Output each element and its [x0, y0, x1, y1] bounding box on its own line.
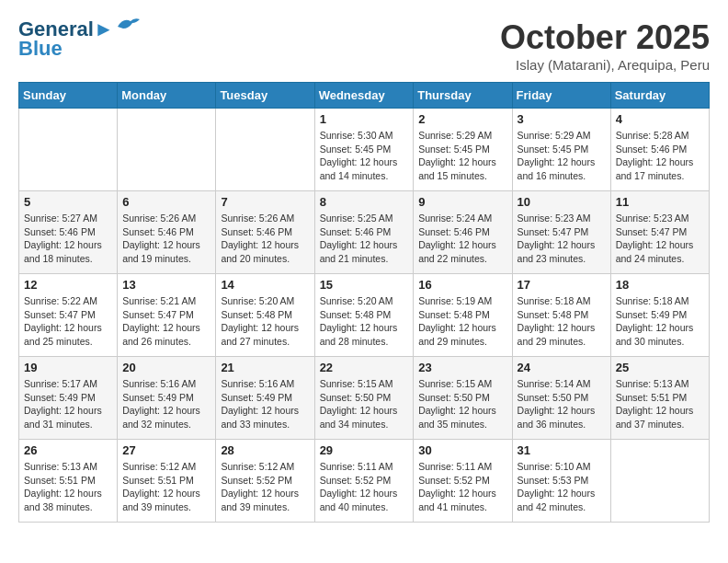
day-info: Sunrise: 5:20 AM Sunset: 5:48 PM Dayligh…	[320, 294, 409, 349]
day-number: 23	[418, 361, 506, 374]
day-number: 27	[122, 443, 210, 457]
day-cell	[118, 109, 216, 191]
day-cell: 24Sunrise: 5:14 AM Sunset: 5:50 PM Dayli…	[512, 357, 610, 440]
day-cell: 16Sunrise: 5:19 AM Sunset: 5:48 PM Dayli…	[414, 274, 512, 357]
day-number: 6	[122, 195, 210, 209]
day-number: 11	[616, 195, 704, 209]
day-info: Sunrise: 5:16 AM Sunset: 5:49 PM Dayligh…	[122, 377, 210, 431]
week-row-4: 19Sunrise: 5:17 AM Sunset: 5:49 PM Dayli…	[19, 357, 710, 440]
day-cell	[610, 440, 709, 523]
day-number: 31	[518, 443, 606, 457]
day-cell: 29Sunrise: 5:11 AM Sunset: 5:52 PM Dayli…	[314, 440, 414, 523]
day-number: 13	[122, 278, 210, 292]
day-info: Sunrise: 5:11 AM Sunset: 5:52 PM Dayligh…	[418, 460, 506, 514]
weekday-header-saturday: Saturday	[610, 83, 709, 109]
day-info: Sunrise: 5:24 AM Sunset: 5:46 PM Dayligh…	[418, 212, 506, 266]
day-cell: 7Sunrise: 5:26 AM Sunset: 5:46 PM Daylig…	[216, 191, 314, 274]
day-info: Sunrise: 5:14 AM Sunset: 5:50 PM Dayligh…	[518, 377, 606, 431]
day-cell: 20Sunrise: 5:16 AM Sunset: 5:49 PM Dayli…	[118, 357, 216, 440]
weekday-header-wednesday: Wednesday	[314, 83, 414, 109]
day-info: Sunrise: 5:17 AM Sunset: 5:49 PM Dayligh…	[24, 377, 112, 431]
day-cell: 13Sunrise: 5:21 AM Sunset: 5:47 PM Dayli…	[118, 274, 216, 357]
weekday-header-tuesday: Tuesday	[216, 83, 314, 109]
title-block: October 2025 Islay (Matarani), Arequipa,…	[500, 18, 710, 73]
location-title: Islay (Matarani), Arequipa, Peru	[500, 57, 710, 73]
day-info: Sunrise: 5:25 AM Sunset: 5:46 PM Dayligh…	[320, 212, 409, 266]
week-row-2: 5Sunrise: 5:27 AM Sunset: 5:46 PM Daylig…	[19, 191, 710, 274]
day-cell: 23Sunrise: 5:15 AM Sunset: 5:50 PM Dayli…	[414, 357, 512, 440]
day-info: Sunrise: 5:26 AM Sunset: 5:46 PM Dayligh…	[221, 212, 309, 266]
day-number: 4	[616, 112, 704, 126]
day-info: Sunrise: 5:22 AM Sunset: 5:47 PM Dayligh…	[24, 294, 112, 349]
day-cell: 6Sunrise: 5:26 AM Sunset: 5:46 PM Daylig…	[118, 191, 216, 274]
day-number: 8	[320, 195, 409, 209]
day-info: Sunrise: 5:18 AM Sunset: 5:48 PM Dayligh…	[518, 294, 606, 349]
day-info: Sunrise: 5:13 AM Sunset: 5:51 PM Dayligh…	[616, 377, 704, 431]
day-number: 14	[221, 278, 309, 292]
day-info: Sunrise: 5:11 AM Sunset: 5:52 PM Dayligh…	[320, 460, 409, 514]
day-cell: 5Sunrise: 5:27 AM Sunset: 5:46 PM Daylig…	[19, 191, 118, 274]
day-number: 28	[221, 443, 309, 457]
week-row-5: 26Sunrise: 5:13 AM Sunset: 5:51 PM Dayli…	[19, 440, 710, 523]
weekday-header-sunday: Sunday	[19, 83, 118, 109]
day-cell: 9Sunrise: 5:24 AM Sunset: 5:46 PM Daylig…	[414, 191, 512, 274]
page-header: General► Blue October 2025 Islay (Matara…	[18, 18, 710, 73]
day-cell	[19, 109, 118, 191]
day-number: 7	[221, 195, 309, 209]
day-info: Sunrise: 5:29 AM Sunset: 5:45 PM Dayligh…	[518, 129, 606, 183]
day-cell: 15Sunrise: 5:20 AM Sunset: 5:48 PM Dayli…	[314, 274, 414, 357]
day-number: 20	[122, 361, 210, 374]
weekday-header-monday: Monday	[118, 83, 216, 109]
day-cell: 30Sunrise: 5:11 AM Sunset: 5:52 PM Dayli…	[414, 440, 512, 523]
day-number: 10	[518, 195, 606, 209]
day-cell: 18Sunrise: 5:18 AM Sunset: 5:49 PM Dayli…	[610, 274, 709, 357]
day-number: 1	[320, 112, 409, 126]
day-cell: 17Sunrise: 5:18 AM Sunset: 5:48 PM Dayli…	[512, 274, 610, 357]
day-info: Sunrise: 5:23 AM Sunset: 5:47 PM Dayligh…	[518, 212, 606, 266]
day-number: 19	[24, 361, 112, 374]
day-cell: 1Sunrise: 5:30 AM Sunset: 5:45 PM Daylig…	[314, 109, 414, 191]
day-info: Sunrise: 5:13 AM Sunset: 5:51 PM Dayligh…	[24, 460, 112, 514]
day-number: 29	[320, 443, 409, 457]
day-info: Sunrise: 5:27 AM Sunset: 5:46 PM Dayligh…	[24, 212, 112, 266]
day-info: Sunrise: 5:23 AM Sunset: 5:47 PM Dayligh…	[616, 212, 704, 266]
day-cell: 11Sunrise: 5:23 AM Sunset: 5:47 PM Dayli…	[610, 191, 709, 274]
day-number: 17	[518, 278, 606, 292]
day-info: Sunrise: 5:30 AM Sunset: 5:45 PM Dayligh…	[320, 129, 409, 183]
calendar-table: SundayMondayTuesdayWednesdayThursdayFrid…	[18, 82, 710, 523]
day-info: Sunrise: 5:28 AM Sunset: 5:46 PM Dayligh…	[616, 129, 704, 183]
weekday-header-friday: Friday	[512, 83, 610, 109]
day-number: 5	[24, 195, 112, 209]
day-info: Sunrise: 5:15 AM Sunset: 5:50 PM Dayligh…	[320, 377, 409, 431]
month-title: October 2025	[500, 18, 710, 57]
day-cell: 3Sunrise: 5:29 AM Sunset: 5:45 PM Daylig…	[512, 109, 610, 191]
day-cell: 2Sunrise: 5:29 AM Sunset: 5:45 PM Daylig…	[414, 109, 512, 191]
day-info: Sunrise: 5:12 AM Sunset: 5:51 PM Dayligh…	[122, 460, 210, 514]
day-cell: 31Sunrise: 5:10 AM Sunset: 5:53 PM Dayli…	[512, 440, 610, 523]
day-cell: 27Sunrise: 5:12 AM Sunset: 5:51 PM Dayli…	[118, 440, 216, 523]
day-info: Sunrise: 5:19 AM Sunset: 5:48 PM Dayligh…	[418, 294, 506, 349]
day-info: Sunrise: 5:21 AM Sunset: 5:47 PM Dayligh…	[122, 294, 210, 349]
day-number: 22	[320, 361, 409, 374]
day-cell: 8Sunrise: 5:25 AM Sunset: 5:46 PM Daylig…	[314, 191, 414, 274]
day-number: 30	[418, 443, 506, 457]
day-number: 25	[616, 361, 704, 374]
day-number: 12	[24, 278, 112, 292]
day-info: Sunrise: 5:29 AM Sunset: 5:45 PM Dayligh…	[418, 129, 506, 183]
day-number: 2	[418, 112, 506, 126]
day-cell: 22Sunrise: 5:15 AM Sunset: 5:50 PM Dayli…	[314, 357, 414, 440]
day-number: 3	[518, 112, 606, 126]
day-info: Sunrise: 5:15 AM Sunset: 5:50 PM Dayligh…	[418, 377, 506, 431]
day-info: Sunrise: 5:26 AM Sunset: 5:46 PM Dayligh…	[122, 212, 210, 266]
weekday-header-row: SundayMondayTuesdayWednesdayThursdayFrid…	[19, 83, 710, 109]
day-cell: 19Sunrise: 5:17 AM Sunset: 5:49 PM Dayli…	[19, 357, 118, 440]
day-info: Sunrise: 5:10 AM Sunset: 5:53 PM Dayligh…	[518, 460, 606, 514]
day-cell: 26Sunrise: 5:13 AM Sunset: 5:51 PM Dayli…	[19, 440, 118, 523]
week-row-3: 12Sunrise: 5:22 AM Sunset: 5:47 PM Dayli…	[19, 274, 710, 357]
day-cell: 10Sunrise: 5:23 AM Sunset: 5:47 PM Dayli…	[512, 191, 610, 274]
day-number: 15	[320, 278, 409, 292]
day-cell: 28Sunrise: 5:12 AM Sunset: 5:52 PM Dayli…	[216, 440, 314, 523]
day-cell: 4Sunrise: 5:28 AM Sunset: 5:46 PM Daylig…	[610, 109, 709, 191]
logo: General► Blue	[18, 18, 142, 61]
week-row-1: 1Sunrise: 5:30 AM Sunset: 5:45 PM Daylig…	[19, 109, 710, 191]
